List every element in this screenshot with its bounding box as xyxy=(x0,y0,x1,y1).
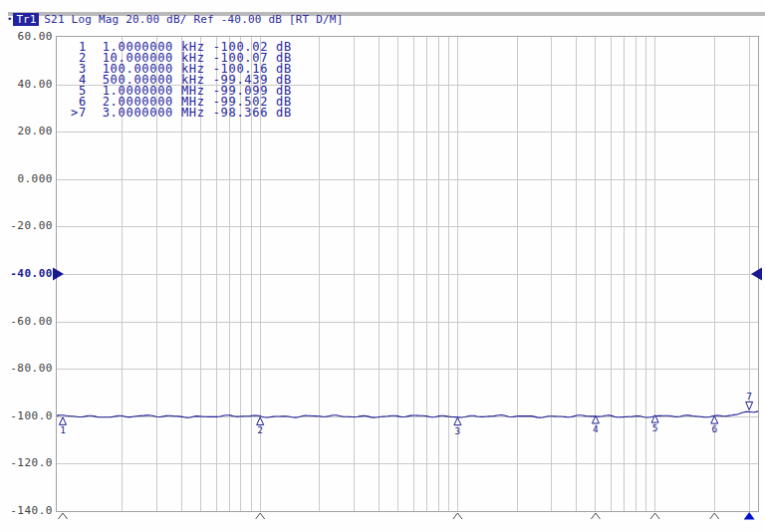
marker-position-indicator-3 xyxy=(453,513,462,519)
trace-marker-label-1: 1 xyxy=(60,424,66,435)
trace-marker-label-7: 7 xyxy=(746,391,752,401)
marker-table-row: >7 3.0000000 MHz -98.366 dB xyxy=(71,108,292,119)
marker-position-indicator-4 xyxy=(591,513,600,519)
trace-marker-label-6: 6 xyxy=(711,423,717,434)
marker-table: 1 1.0000000 kHz -100.02 dB 2 10.000000 k… xyxy=(71,42,292,119)
trace-marker-7-active[interactable] xyxy=(746,401,753,409)
active-marker-position-indicator-7 xyxy=(744,512,755,520)
marker-position-indicator-5 xyxy=(650,513,659,519)
marker-position-indicator-2 xyxy=(256,513,265,519)
trace-marker-1[interactable] xyxy=(60,417,67,425)
trace-marker-label-4: 4 xyxy=(593,423,599,434)
trace-marker-3[interactable] xyxy=(454,417,461,425)
marker-position-indicator-6 xyxy=(710,513,719,519)
s21-trace xyxy=(57,411,758,417)
trace-marker-label-2: 2 xyxy=(257,424,263,435)
trace-marker-2[interactable] xyxy=(257,417,264,425)
trace-marker-label-5: 5 xyxy=(652,422,658,433)
trace-marker-label-3: 3 xyxy=(455,425,461,436)
reference-level-arrow-right[interactable] xyxy=(751,268,762,281)
marker-position-indicator-1 xyxy=(59,513,68,519)
reference-level-arrow-left[interactable] xyxy=(53,268,64,281)
analyzer-screen: • Tr1 S21 Log Mag 20.00 dB/ Ref -40.00 d… xyxy=(0,0,765,532)
